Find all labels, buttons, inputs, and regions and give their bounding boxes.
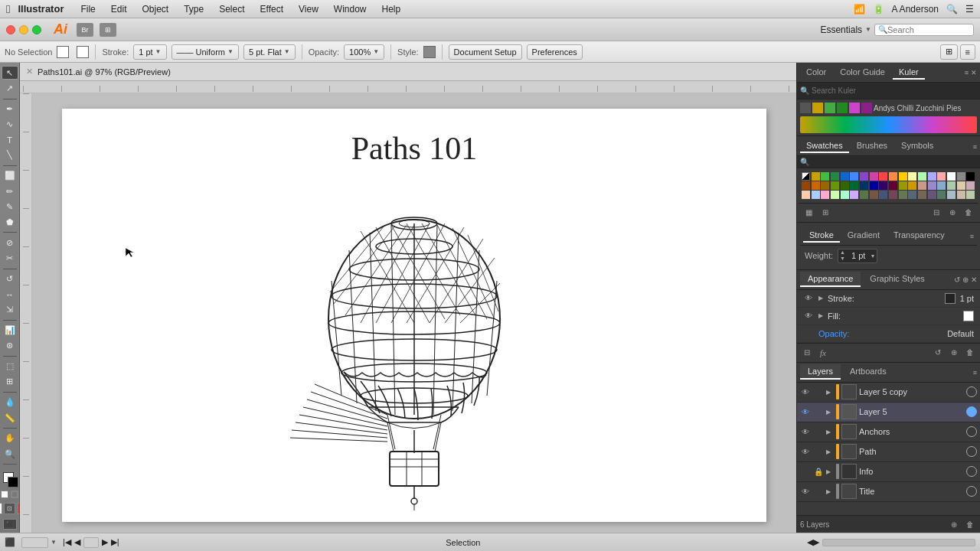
normal-mode[interactable]: □ (0, 503, 2, 514)
graph-tool[interactable]: 📊 (2, 324, 18, 337)
swatch-black[interactable] (966, 172, 975, 181)
show-color-groups-icon[interactable]: ⊞ (818, 205, 832, 219)
stroke-swatch[interactable] (77, 46, 89, 58)
swatch-r6[interactable] (850, 181, 858, 190)
canvas-viewport[interactable]: Paths 101 (32, 93, 796, 533)
change-screen-mode[interactable]: ⬛ (3, 519, 17, 530)
anchors-target[interactable] (966, 426, 977, 437)
swatch-r2[interactable] (812, 181, 820, 190)
title-expand[interactable]: ▶ (826, 488, 834, 495)
new-appear-icon[interactable]: ⊕ (947, 346, 961, 360)
anchors-expand[interactable]: ▶ (826, 429, 834, 435)
menu-view[interactable]: View (292, 4, 325, 15)
show-all-swatches-icon[interactable]: ▦ (802, 205, 815, 219)
new-color-group-icon[interactable]: ⊟ (929, 205, 943, 219)
kuler-swatch-5[interactable] (849, 103, 860, 113)
prev-page-button[interactable]: ◀ (74, 537, 80, 547)
swatch-r15[interactable] (937, 181, 946, 190)
close-button[interactable] (6, 25, 15, 34)
title-search-input[interactable] (887, 25, 964, 34)
layer-5-target[interactable] (966, 406, 977, 417)
menu-edit[interactable]: Edit (105, 4, 133, 15)
kuler-swatch-2[interactable] (812, 103, 823, 113)
tab-kuler[interactable]: Kuler (893, 66, 925, 80)
swatches-search-input[interactable] (809, 158, 977, 166)
delete-appear-icon[interactable]: 🗑 (963, 346, 977, 360)
delete-layer-btn[interactable]: 🗑 (963, 517, 977, 531)
layer-5-lock[interactable] (813, 406, 824, 417)
page-input[interactable]: 1 (83, 537, 99, 548)
path-lock[interactable] (813, 446, 824, 457)
maximize-button[interactable] (32, 25, 41, 34)
layer-5-copy-target[interactable] (966, 386, 977, 397)
swatch-s17[interactable] (957, 191, 965, 199)
menu-effect[interactable]: Effect (254, 4, 289, 15)
apple-menu[interactable]:  (6, 2, 10, 15)
swatch-s15[interactable] (937, 191, 946, 199)
info-lock[interactable]: 🔒 (813, 466, 824, 477)
fill-visibility-eye[interactable]: 👁 (803, 311, 814, 321)
swatch-r13[interactable] (918, 181, 926, 190)
mask-mode[interactable]: ⊡ (4, 503, 15, 514)
stroke-weight-chevron[interactable]: ▼ (868, 253, 877, 259)
stroke-weight-input[interactable]: ▲ ▼ 1 pt ▼ (838, 249, 877, 263)
essentials-chevron[interactable]: ▼ (865, 26, 871, 33)
swatch-s1[interactable] (802, 191, 810, 199)
stroke-weight-down[interactable]: ▼ (838, 256, 847, 262)
scissors-tool[interactable]: ✂ (2, 251, 18, 265)
tab-appearance[interactable]: Appearance (800, 272, 861, 287)
zoom-chevron[interactable]: ▼ (51, 539, 57, 546)
essentials-label[interactable]: Essentials (820, 24, 862, 35)
swatch-r16[interactable] (947, 181, 956, 190)
swatch-s9[interactable] (879, 191, 887, 199)
menu-select[interactable]: Select (213, 4, 250, 15)
tab-color-guide[interactable]: Color Guide (834, 66, 891, 80)
stroke-visibility-eye[interactable]: 👁 (803, 293, 814, 304)
stroke-value-input[interactable]: 1 pt ▼ (133, 44, 166, 60)
zoom-tool[interactable]: 🔍 (2, 447, 18, 461)
info-expand[interactable]: ▶ (826, 468, 834, 475)
reflect-tool[interactable]: ↔ (2, 287, 18, 301)
title-target[interactable] (966, 486, 977, 497)
swatch-s11[interactable] (899, 191, 907, 199)
opacity-input[interactable]: 100% ▼ (344, 44, 384, 60)
slice-tool[interactable]: ⊞ (2, 375, 18, 389)
layer-row-anchors[interactable]: 👁 ▶ Anchors (797, 422, 980, 442)
measure-tool[interactable]: 📏 (2, 411, 18, 425)
swatch-white[interactable] (947, 172, 956, 181)
menu-help[interactable]: Help (376, 4, 407, 15)
swatch-13[interactable] (928, 172, 936, 181)
hand-tool[interactable]: ✋ (2, 432, 18, 445)
blob-brush-tool[interactable]: ⬟ (2, 215, 18, 229)
layer-5-expand[interactable]: ▶ (826, 409, 834, 416)
tab-swatches[interactable]: Swatches (800, 139, 849, 153)
status-arrows[interactable]: ◀▶ (807, 537, 819, 547)
eyedropper-tool[interactable]: 💧 (2, 396, 18, 409)
kuler-swatch-4[interactable] (837, 103, 848, 113)
tab-symbols[interactable]: Symbols (895, 139, 939, 153)
swatch-14[interactable] (937, 172, 946, 181)
swatch-s8[interactable] (870, 191, 878, 199)
swatch-s2[interactable] (812, 191, 820, 199)
menu-object[interactable]: Object (136, 4, 175, 15)
swatch-r5[interactable] (841, 181, 849, 190)
style-swatch[interactable] (423, 46, 436, 58)
direct-selection-tool[interactable]: ↗ (2, 81, 18, 95)
fill-expand-arrow[interactable]: ▶ (818, 312, 823, 319)
fill-swatch[interactable] (57, 46, 69, 58)
swatch-s16[interactable] (947, 191, 956, 199)
swatch-7[interactable] (870, 172, 878, 181)
new-layer-btn[interactable]: ⊕ (947, 517, 961, 531)
swatch-gray[interactable] (957, 172, 965, 181)
panel-toggle-button[interactable]: ≡ (960, 44, 975, 60)
tab-brushes[interactable]: Brushes (851, 139, 893, 153)
title-vis[interactable]: 👁 (800, 486, 811, 497)
kuler-swatch-6[interactable] (861, 103, 872, 113)
swatch-s3[interactable] (821, 191, 829, 199)
title-search-box[interactable]: 🔍 (874, 24, 974, 36)
selection-tool[interactable]: ↖ (2, 66, 18, 80)
layer-row-5-copy[interactable]: 👁 ▶ Layer 5 copy (797, 383, 980, 403)
color-swatches[interactable] (2, 471, 18, 484)
swatch-r18[interactable] (966, 181, 975, 190)
arrange-button[interactable]: ⊞ (100, 23, 116, 37)
